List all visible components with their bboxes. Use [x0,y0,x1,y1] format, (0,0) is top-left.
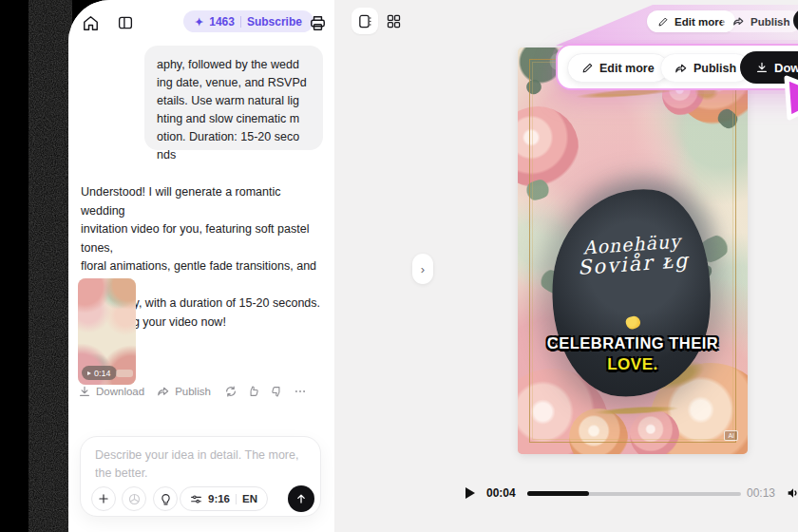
edit-more-label: Edit more [599,62,655,75]
sliders-icon [190,493,202,505]
publish-icon [732,15,745,28]
ratio-value: 9:16 [208,493,230,504]
pill-divider [240,16,241,28]
thumbs-up-button[interactable] [247,385,260,398]
language-value: EN [242,493,257,504]
publish-button-top[interactable]: Publish [722,10,798,32]
grid-icon [386,13,402,29]
frame-icon [357,13,373,29]
playback-bar: 00:04 00:13 [334,477,798,509]
preview-mode-button[interactable] [352,8,378,34]
thumbs-down-icon [270,385,283,398]
ellipsis-icon [294,385,307,398]
ai-watermark: AI [724,430,738,441]
generated-video-thumbnail[interactable]: 0:14 [78,278,136,385]
duration-text: 0:14 [94,369,111,378]
regenerate-button[interactable] [224,385,238,398]
publish-button[interactable]: Publish [157,385,211,398]
play-button[interactable] [465,487,476,499]
download-label: Download [774,61,798,75]
sidebar-toggle-button[interactable] [115,12,136,33]
credits-count: 1463 [209,15,235,28]
chat-panel: 1463 Subscribe aphy, followed by the wed… [68,0,334,532]
publish-label: Publish [175,386,211,397]
print-button[interactable] [306,11,329,34]
action-callout: Edit more Publish Download [556,44,798,90]
pencil-icon [657,16,669,28]
caption-line-2: LOVE. [518,354,748,375]
download-icon [78,385,91,398]
prompt-composer: 9:16 EN [80,436,321,517]
wheel-icon [127,492,142,506]
lightbulb-icon [159,492,173,506]
current-time: 00:04 [486,486,516,500]
result-actions-row: Download Publish [78,382,325,401]
pill-divider [236,494,237,504]
download-button[interactable]: Download [78,385,144,398]
caption-line-1: CELEBRATING THEIR [518,332,748,353]
publish-label: Publish [694,62,736,75]
plus-icon [97,492,110,505]
subscribe-button[interactable]: 1463 Subscribe [183,10,314,32]
aspect-ratio-language-button[interactable]: 9:16 EN [180,486,268,511]
duration-badge: 0:14 [82,366,117,380]
download-label: Download [96,386,144,397]
volume-button[interactable] [786,485,798,501]
pencil-icon [581,62,594,74]
screen: 1463 Subscribe aphy, followed by the wed… [0,0,798,532]
video-preview[interactable]: Aonehäuy Soviår ᴌg CELEBRATING THEIR LOV… [518,48,748,454]
columns-icon [117,14,134,31]
video-caption: CELEBRATING THEIR LOVE. [518,332,748,375]
download-icon [755,61,769,74]
user-message-bubble: aphy, followed by the wedd ing date, ven… [144,46,323,150]
subscribe-label: Subscribe [247,15,302,28]
sparkle-icon [195,15,203,28]
preview-panel: Edit more Publish Download [334,0,798,532]
progress-fill [527,491,589,496]
refresh-icon [224,385,238,398]
app-window: 1463 Subscribe aphy, followed by the wed… [68,0,798,532]
media-mode-button[interactable] [122,486,146,511]
ideas-button[interactable] [153,486,178,511]
publish-icon [674,62,688,75]
edit-more-button-callout[interactable]: Edit more [567,53,669,83]
download-button-callout[interactable]: Download [740,51,798,84]
progress-track[interactable] [527,492,741,496]
send-button[interactable] [288,485,314,512]
speaker-icon [786,485,798,501]
publish-label: Publish [750,16,790,28]
play-icon [87,371,91,375]
home-button[interactable] [80,12,101,33]
thumbs-down-button[interactable] [270,385,283,398]
total-time: 00:13 [747,486,775,500]
thumbs-up-icon [247,385,260,398]
more-options-button[interactable] [294,385,307,398]
edit-more-label: Edit more [674,16,725,28]
grain-texture [28,0,72,532]
printer-icon [309,14,327,32]
arrow-up-icon [294,492,308,505]
collapse-chat-button[interactable] [412,254,433,284]
home-icon [82,14,100,32]
gallery-view-button[interactable] [384,11,403,30]
publish-icon [157,385,170,398]
publish-button-callout[interactable]: Publish [660,53,750,83]
watermark-chip [116,370,133,377]
prompt-input[interactable] [95,446,310,484]
add-attachment-button[interactable] [91,486,116,511]
